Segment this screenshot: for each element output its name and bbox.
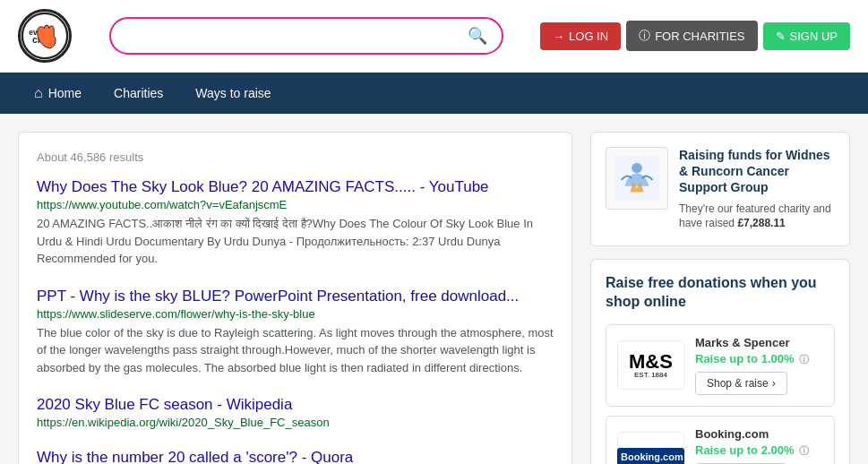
raise-panel-title: Raise free donations when you shop onlin… <box>606 274 835 312</box>
result-snippet-2: The blue color of the sky is due to Rayl… <box>37 324 554 377</box>
result-snippet-1: 20 AMAZING FACTS..आकाश नीले रंग का क्यों… <box>37 215 554 268</box>
result-title-3[interactable]: 2020 Sky Blue FC season - Wikipedia <box>37 396 292 413</box>
charity-info: Raising funds for Widnes & Runcorn Cance… <box>679 147 835 231</box>
search-input[interactable]: why is the sky blue <box>125 28 468 44</box>
result-url-3: https://en.wikipedia.org/wiki/2020_Sky_B… <box>37 416 554 429</box>
raise-donations-panel: Raise free donations when you shop onlin… <box>590 259 850 464</box>
result-item: Why Does The Sky Look Blue? 20 AMAZING F… <box>37 178 554 268</box>
search-bar-wrapper: why is the sky blue 🔍 <box>72 17 540 55</box>
results-count: About 46,586 results <box>37 150 554 164</box>
ms-name: Marks & Spencer <box>695 336 809 349</box>
result-title-1[interactable]: Why Does The Sky Look Blue? 20 AMAZING F… <box>37 178 489 195</box>
booking-retailer-info: Booking.com Raise up to 2.00% ⓘ Shop & r… <box>695 427 809 464</box>
chevron-right-icon: › <box>772 377 776 390</box>
result-item: PPT - Why is the sky BLUE? PowerPoint Pr… <box>37 288 554 377</box>
main-content: About 46,586 results Why Does The Sky Lo… <box>0 114 868 464</box>
booking-rate-info: ⓘ <box>799 445 809 456</box>
result-url-2: https://www.slideserve.com/flower/why-is… <box>37 307 554 321</box>
results-panel: About 46,586 results Why Does The Sky Lo… <box>18 132 572 464</box>
result-title-2[interactable]: PPT - Why is the sky BLUE? PowerPoint Pr… <box>37 288 519 305</box>
sidebar-panel: Raising funds for Widnes & Runcorn Cance… <box>590 132 850 464</box>
booking-rate: Raise up to 2.00% ⓘ <box>695 443 809 458</box>
nav-ways-to-raise[interactable]: Ways to raise <box>179 73 287 113</box>
ms-logo: M&S EST. 1884 <box>617 340 684 390</box>
result-title-4[interactable]: Why is the number 20 called a 'score'? -… <box>37 449 353 464</box>
booking-logo-text: Booking.com <box>617 448 684 464</box>
ms-rate: Raise up to 1.00% ⓘ <box>695 352 809 366</box>
nav-charities[interactable]: Charities <box>98 73 179 113</box>
result-item: Why is the number 20 called a 'score'? -… <box>37 449 554 464</box>
search-bar: why is the sky blue 🔍 <box>109 17 503 55</box>
top-bar: every click why is the sky blue 🔍 → LOG … <box>0 0 868 73</box>
pencil-icon: ✎ <box>776 30 786 43</box>
charity-logo <box>606 147 668 210</box>
booking-logo: Booking.com <box>617 432 684 464</box>
search-button[interactable]: 🔍 <box>468 26 487 46</box>
booking-name: Booking.com <box>695 427 809 441</box>
home-icon: ⌂ <box>34 85 43 101</box>
nav-bar: ⌂ Home Charities Ways to raise <box>0 73 868 114</box>
charity-amount: £7,288.11 <box>737 217 785 229</box>
logo: every click <box>18 9 72 63</box>
ms-retailer-card: M&S EST. 1884 Marks & Spencer Raise up t… <box>606 324 835 407</box>
ms-rate-info: ⓘ <box>799 354 809 365</box>
search-icon: 🔍 <box>468 27 487 45</box>
svg-point-4 <box>632 163 642 174</box>
nav-home[interactable]: ⌂ Home <box>18 73 98 114</box>
ms-logo-text: M&S <box>629 350 673 373</box>
info-icon: ⓘ <box>639 28 650 44</box>
login-icon: → <box>553 30 564 43</box>
for-charities-button[interactable]: ⓘ FOR CHARITIES <box>626 21 757 51</box>
logo-area: every click <box>18 9 72 63</box>
top-buttons: → LOG IN ⓘ FOR CHARITIES ✎ SIGN UP <box>540 21 850 51</box>
ms-retailer-info: Marks & Spencer Raise up to 1.00% ⓘ Shop… <box>695 336 809 395</box>
charity-description: They're our featured charity and have ra… <box>679 202 835 232</box>
ms-est-text: EST. 1884 <box>629 372 673 379</box>
result-item: 2020 Sky Blue FC season - Wikipedia http… <box>37 396 554 429</box>
signup-button[interactable]: ✎ SIGN UP <box>763 22 850 50</box>
charity-name: Raising funds for Widnes & Runcorn Cance… <box>679 147 835 196</box>
login-button[interactable]: → LOG IN <box>540 22 621 50</box>
ms-shop-raise-button[interactable]: Shop & raise › <box>695 372 787 395</box>
charity-card: Raising funds for Widnes & Runcorn Cance… <box>590 132 850 246</box>
booking-retailer-card: Booking.com Booking.com Raise up to 2.00… <box>606 416 835 464</box>
result-url-1: https://www.youtube.com/watch?v=vEafanjs… <box>37 198 554 211</box>
